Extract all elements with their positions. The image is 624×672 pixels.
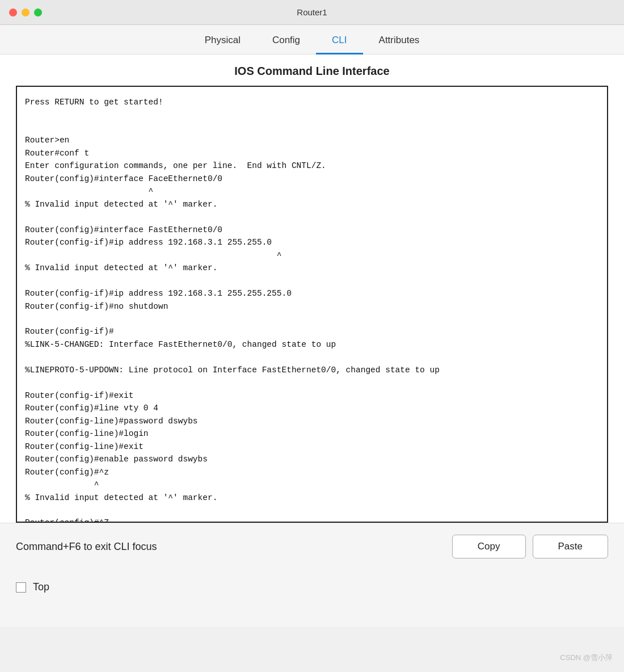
tab-physical[interactable]: Physical [189, 28, 256, 54]
tab-bar: Physical Config CLI Attributes [0, 25, 624, 54]
tab-attributes[interactable]: Attributes [363, 28, 436, 54]
title-bar: Router1 [0, 0, 624, 25]
cli-output: Press RETURN to get started! Router>en R… [17, 87, 607, 523]
window-controls [9, 9, 42, 16]
tab-cli[interactable]: CLI [316, 28, 362, 54]
watermark: CSDN @雪小萍 [560, 653, 613, 663]
main-content: IOS Command Line Interface Press RETURN … [0, 54, 624, 523]
action-buttons: Copy Paste [452, 535, 608, 558]
window-title: Router1 [297, 7, 327, 17]
section-title: IOS Command Line Interface [0, 54, 624, 86]
maximize-button[interactable] [34, 9, 42, 16]
paste-button[interactable]: Paste [533, 535, 608, 558]
cli-focus-hint: Command+F6 to exit CLI focus [16, 541, 157, 553]
tab-config[interactable]: Config [256, 28, 316, 54]
cli-container[interactable]: Press RETURN to get started! Router>en R… [16, 86, 608, 523]
copy-button[interactable]: Copy [452, 535, 526, 558]
top-checkbox[interactable] [16, 582, 26, 593]
footer-area: Top [0, 570, 624, 627]
minimize-button[interactable] [22, 9, 29, 16]
bottom-bar: Command+F6 to exit CLI focus Copy Paste [0, 523, 624, 570]
top-checkbox-row: Top [16, 581, 49, 593]
top-label: Top [33, 581, 49, 593]
close-button[interactable] [9, 9, 17, 16]
